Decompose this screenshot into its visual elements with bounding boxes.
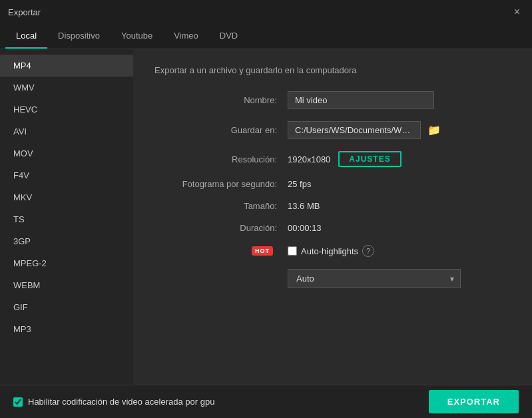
section-title: Exportar a un archivo y guardarlo en la … bbox=[154, 65, 511, 75]
tab-bar: Local Dispositivo Youtube Vimeo DVD bbox=[0, 24, 532, 49]
nombre-label: Nombre: bbox=[154, 95, 288, 105]
gpu-checkbox[interactable] bbox=[13, 397, 23, 407]
sidebar-item-mp4[interactable]: MP4 bbox=[0, 55, 133, 77]
sidebar-item-gif[interactable]: GIF bbox=[0, 296, 133, 318]
nombre-row: Nombre: bbox=[154, 91, 511, 109]
auto-highlights-checkbox[interactable] bbox=[288, 246, 297, 256]
tamano-label: Tamaño: bbox=[154, 201, 288, 211]
ajustes-button[interactable]: AJUSTES bbox=[338, 151, 401, 167]
sidebar-item-mp3[interactable]: MP3 bbox=[0, 318, 133, 340]
help-icon[interactable]: ? bbox=[362, 245, 374, 257]
auto-highlights-row: HOT Auto-highlights ? bbox=[154, 245, 511, 257]
tab-local[interactable]: Local bbox=[5, 24, 47, 49]
tamano-row: Tamaño: 13.6 MB bbox=[154, 201, 511, 211]
guardar-row: Guardar en: 📁 bbox=[154, 121, 511, 139]
fotograma-value: 25 fps bbox=[288, 179, 311, 189]
bottom-bar: Habilitar codificación de video acelerad… bbox=[0, 385, 532, 418]
dropdown-wrap: Auto ▾ bbox=[288, 269, 461, 288]
folder-button[interactable]: 📁 bbox=[425, 122, 443, 138]
resolucion-value: 1920x1080 bbox=[288, 154, 330, 164]
content-area: MP4 WMV HEVC AVI MOV F4V MKV TS 3GP MPEG… bbox=[0, 49, 532, 385]
hot-spacer: HOT bbox=[154, 246, 288, 256]
sidebar-item-webm[interactable]: WEBM bbox=[0, 274, 133, 296]
main-panel: Exportar a un archivo y guardarlo en la … bbox=[133, 49, 532, 385]
resolution-wrap: 1920x1080 AJUSTES bbox=[288, 151, 401, 167]
sidebar-item-mkv[interactable]: MKV bbox=[0, 186, 133, 208]
tamano-value: 13.6 MB bbox=[288, 201, 320, 211]
duracion-label: Duración: bbox=[154, 223, 288, 233]
auto-highlights-label: Auto-highlights bbox=[301, 246, 358, 256]
window-title: Exportar bbox=[8, 7, 41, 17]
export-window: Exportar × Local Dispositivo Youtube Vim… bbox=[0, 0, 532, 418]
tab-vimeo[interactable]: Vimeo bbox=[163, 24, 209, 49]
dropdown-row: Auto ▾ bbox=[154, 269, 511, 288]
close-button[interactable]: × bbox=[510, 5, 524, 19]
sidebar: MP4 WMV HEVC AVI MOV F4V MKV TS 3GP MPEG… bbox=[0, 49, 133, 385]
export-button[interactable]: EXPORTAR bbox=[429, 390, 519, 413]
auto-dropdown[interactable]: Auto bbox=[288, 269, 461, 288]
fotograma-label: Fotograma por segundo: bbox=[154, 179, 288, 189]
sidebar-item-3gp[interactable]: 3GP bbox=[0, 230, 133, 252]
nombre-input[interactable] bbox=[288, 91, 434, 109]
sidebar-item-mpeg2[interactable]: MPEG-2 bbox=[0, 252, 133, 274]
guardar-label: Guardar en: bbox=[154, 125, 288, 135]
tab-dvd[interactable]: DVD bbox=[209, 24, 248, 49]
duracion-value: 00:00:13 bbox=[288, 223, 322, 233]
title-bar: Exportar × bbox=[0, 0, 532, 24]
resolucion-label: Resolución: bbox=[154, 154, 288, 164]
tab-youtube[interactable]: Youtube bbox=[111, 24, 163, 49]
sidebar-item-f4v[interactable]: F4V bbox=[0, 164, 133, 186]
hot-badge: HOT bbox=[252, 246, 273, 256]
sidebar-item-mov[interactable]: MOV bbox=[0, 142, 133, 164]
tab-dispositivo[interactable]: Dispositivo bbox=[47, 24, 111, 49]
auto-highlights-wrap: Auto-highlights ? bbox=[288, 245, 374, 257]
path-input[interactable] bbox=[288, 121, 421, 139]
gpu-label: Habilitar codificación de video acelerad… bbox=[28, 397, 214, 407]
duracion-row: Duración: 00:00:13 bbox=[154, 223, 511, 233]
fotograma-row: Fotograma por segundo: 25 fps bbox=[154, 179, 511, 189]
sidebar-item-hevc[interactable]: HEVC bbox=[0, 99, 133, 120]
sidebar-item-wmv[interactable]: WMV bbox=[0, 77, 133, 99]
sidebar-item-avi[interactable]: AVI bbox=[0, 120, 133, 142]
resolucion-row: Resolución: 1920x1080 AJUSTES bbox=[154, 151, 511, 167]
path-input-wrap: 📁 bbox=[288, 121, 443, 139]
gpu-checkbox-wrap: Habilitar codificación de video acelerad… bbox=[13, 397, 214, 407]
sidebar-item-ts[interactable]: TS bbox=[0, 208, 133, 230]
